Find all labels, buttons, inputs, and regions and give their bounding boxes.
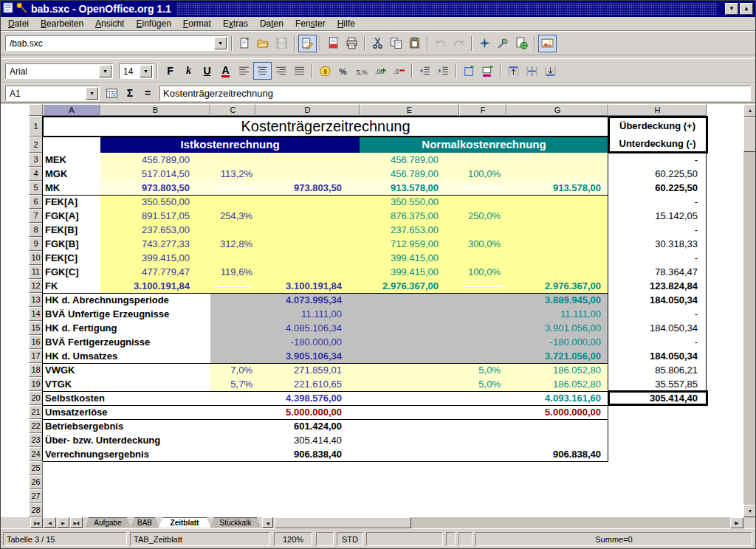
- align-center-vertical-button[interactable]: [523, 62, 541, 80]
- cell-G13[interactable]: 3.889.945,00: [506, 293, 608, 307]
- column-header-D[interactable]: D: [255, 104, 360, 116]
- cell-C7[interactable]: 254,3%: [210, 209, 255, 223]
- cell-D20[interactable]: 4.398.576,00: [255, 391, 360, 405]
- sheet-corner-box[interactable]: [29, 104, 43, 116]
- row-header-25[interactable]: 25: [29, 461, 43, 475]
- cell-H6[interactable]: -: [608, 195, 707, 209]
- cell-G19[interactable]: 186.052,80: [506, 377, 608, 391]
- menu-hilfe[interactable]: Hilfe: [331, 17, 361, 30]
- status-selection-mode[interactable]: STD: [337, 532, 363, 546]
- cell-D17[interactable]: 3.905.106,34: [255, 349, 360, 363]
- cell-A22[interactable]: Betriebsergebnis: [43, 419, 213, 433]
- row-header-4[interactable]: 4: [29, 167, 43, 181]
- status-zoom[interactable]: 120%: [274, 532, 312, 546]
- cell-H17[interactable]: 184.050,34: [608, 349, 707, 363]
- cell-E5[interactable]: 913.578,00: [360, 181, 459, 195]
- vscroll-thumb[interactable]: [743, 117, 756, 152]
- row-header-3[interactable]: 3: [29, 153, 43, 167]
- cell-G21[interactable]: 5.000.000,00: [506, 405, 608, 419]
- font-color-button[interactable]: A: [216, 62, 235, 80]
- sheet-tab-aufgabe[interactable]: Aufgabe: [85, 517, 131, 528]
- cell-H15[interactable]: 184.050,34: [608, 321, 707, 335]
- row-header-14[interactable]: 14: [29, 307, 43, 321]
- cell-D21[interactable]: 5.000.000,00: [255, 405, 360, 419]
- cell-A18[interactable]: VWGK: [43, 363, 213, 377]
- first-sheet-button[interactable]: ▮◀: [30, 517, 43, 528]
- scroll-up-button[interactable]: ▲: [743, 104, 756, 117]
- italic-button[interactable]: k: [179, 62, 198, 80]
- redo-button[interactable]: [450, 35, 468, 52]
- cell-B4[interactable]: 517.014,50: [100, 167, 210, 181]
- cell-A13[interactable]: HK d. Abrechnungsperiode: [43, 293, 213, 307]
- row-header-16[interactable]: 16: [29, 335, 43, 349]
- maximize-button[interactable]: ▲: [740, 3, 753, 15]
- row-header-19[interactable]: 19: [29, 377, 43, 391]
- cell-A16[interactable]: BVÄ Fertigerzeugnisse: [43, 335, 213, 349]
- cell-E7[interactable]: 876.375,00: [360, 209, 459, 223]
- cell-H12[interactable]: 123.824,84: [608, 279, 707, 293]
- function-button[interactable]: =: [139, 85, 157, 101]
- cell-D22[interactable]: 601.424,00: [255, 419, 360, 433]
- cell-G5[interactable]: 913.578,00: [506, 181, 608, 195]
- row-header-20[interactable]: 20: [29, 391, 43, 405]
- menu-bearbeiten[interactable]: Bearbeiten: [35, 17, 89, 30]
- row-header-21[interactable]: 21: [29, 405, 43, 419]
- cell-B9[interactable]: 743.277,33: [100, 237, 210, 251]
- row-header-24[interactable]: 24: [29, 447, 43, 461]
- cell-C18[interactable]: 7,0%: [210, 363, 255, 377]
- cell-F4[interactable]: 100,0%: [459, 167, 506, 181]
- delete-decimal-button[interactable]: ,0: [390, 62, 408, 80]
- cell-D19[interactable]: 221.610,65: [255, 377, 360, 391]
- cell-G24[interactable]: 906.838,40: [506, 447, 608, 461]
- autopilot-button[interactable]: [494, 35, 512, 52]
- borders-button[interactable]: [460, 62, 478, 80]
- add-decimal-button[interactable]: ,00: [371, 62, 390, 80]
- sum-button[interactable]: Σ: [121, 85, 139, 101]
- number-standard-button[interactable]: 5,%: [353, 62, 371, 80]
- status-sum[interactable]: Summe=0: [475, 532, 752, 546]
- column-header-E[interactable]: E: [360, 104, 459, 116]
- cell-F7[interactable]: 250,0%: [459, 209, 506, 223]
- cell-A17[interactable]: HK d. Umsatzes: [43, 349, 213, 363]
- underline-button[interactable]: U: [198, 62, 216, 80]
- cell-A15[interactable]: HK d. Fertigung: [43, 321, 213, 335]
- row-header-15[interactable]: 15: [29, 321, 43, 335]
- cell-D5[interactable]: 973.803,50: [255, 181, 360, 195]
- decrease-indent-button[interactable]: [416, 62, 434, 80]
- cell-E6[interactable]: 350.550,00: [360, 195, 459, 209]
- cell-C4[interactable]: 113,2%: [210, 167, 255, 181]
- section-header-normalkostenrechnung[interactable]: Normalkostenrechnung: [360, 137, 608, 153]
- column-header-A[interactable]: A: [43, 104, 100, 116]
- row-header-28[interactable]: 28: [29, 503, 43, 517]
- cell-E10[interactable]: 399.415,00: [360, 251, 459, 265]
- cell-H3[interactable]: -: [608, 153, 707, 167]
- cell-H19[interactable]: 35.557,85: [608, 377, 707, 391]
- cell-H9[interactable]: 30.318,33: [608, 237, 707, 251]
- sheet-tab-bab[interactable]: BAB: [131, 517, 159, 528]
- cell-B6[interactable]: 350.550,00: [100, 195, 210, 209]
- cell-G17[interactable]: 3.721.056,00: [506, 349, 608, 363]
- cell-F9[interactable]: 300,0%: [459, 237, 506, 251]
- cell-H18[interactable]: 85.806,21: [608, 363, 707, 377]
- menu-datei[interactable]: Datei: [2, 17, 35, 30]
- scroll-down-button[interactable]: ▼: [743, 505, 756, 517]
- column-header-F[interactable]: F: [459, 104, 506, 116]
- increase-indent-button[interactable]: [434, 62, 453, 80]
- cell-C19[interactable]: 5,7%: [210, 377, 255, 391]
- row-header-26[interactable]: 26: [29, 475, 43, 489]
- number-percent-button[interactable]: %: [334, 62, 353, 80]
- cell-F11[interactable]: 100,0%: [459, 265, 506, 279]
- scroll-right-button[interactable]: ▶: [730, 517, 743, 528]
- cell-H16[interactable]: -: [608, 335, 707, 349]
- row-header-6[interactable]: 6: [29, 195, 43, 209]
- cell-D13[interactable]: 4.073.995,34: [255, 293, 360, 307]
- cell-E11[interactable]: 399.415,00: [360, 265, 459, 279]
- row-header-12[interactable]: 12: [29, 279, 43, 293]
- bold-button[interactable]: F: [161, 62, 179, 80]
- row-header-27[interactable]: 27: [29, 489, 43, 503]
- cell-B7[interactable]: 891.517,05: [100, 209, 210, 223]
- row-header-9[interactable]: 9: [29, 237, 43, 251]
- row-header-2[interactable]: 2: [29, 137, 43, 153]
- cell-C11[interactable]: 119,6%: [210, 265, 255, 279]
- menu-daten[interactable]: Daten: [254, 17, 289, 30]
